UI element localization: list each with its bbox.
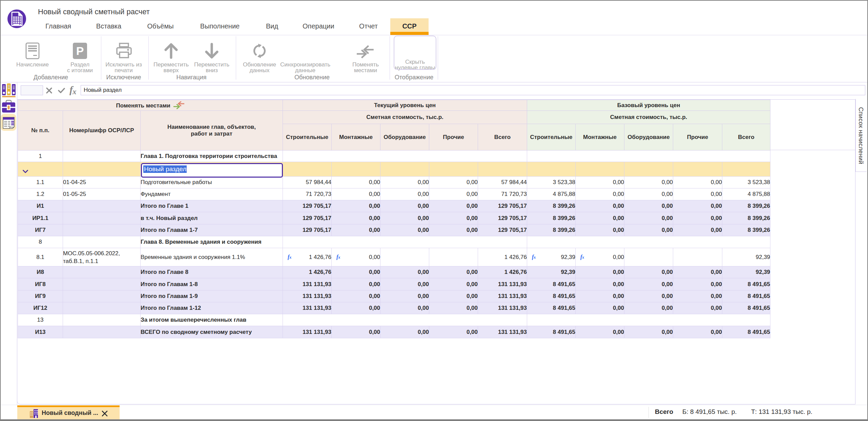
svg-text:P: P	[76, 44, 84, 57]
